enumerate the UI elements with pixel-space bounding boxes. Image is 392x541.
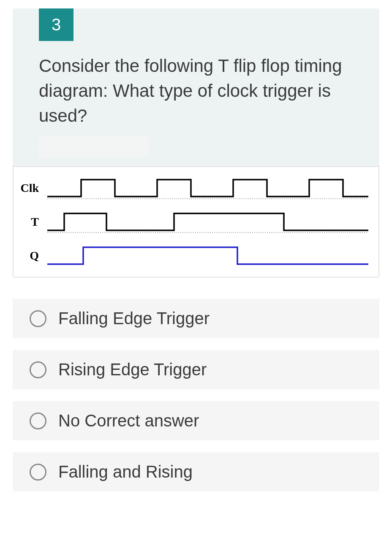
signal-label-q: Q — [14, 249, 39, 262]
obscured-region — [39, 137, 149, 158]
option-falling-edge[interactable]: Falling Edge Trigger — [13, 299, 379, 338]
radio-icon — [30, 310, 46, 327]
option-rising-edge[interactable]: Rising Edge Trigger — [13, 350, 379, 389]
option-label: No Correct answer — [58, 411, 199, 430]
question-number-badge: 3 — [39, 8, 74, 41]
radio-icon — [30, 464, 46, 481]
signal-label-clk: Clk — [14, 181, 39, 195]
options-list: Falling Edge Trigger Rising Edge Trigger… — [13, 299, 379, 492]
option-label: Falling Edge Trigger — [58, 309, 210, 328]
signal-row-clk: Clk — [14, 171, 378, 205]
question-text: Consider the following T flip flop timin… — [13, 41, 379, 137]
option-no-correct[interactable]: No Correct answer — [13, 401, 379, 440]
t-waveform — [47, 205, 368, 239]
signal-row-q: Q — [14, 239, 378, 273]
q-waveform — [47, 239, 368, 273]
question-card: 3 Consider the following T flip flop tim… — [13, 8, 379, 278]
option-falling-rising[interactable]: Falling and Rising — [13, 452, 379, 492]
option-label: Falling and Rising — [58, 462, 193, 481]
option-label: Rising Edge Trigger — [58, 360, 207, 379]
radio-icon — [30, 361, 46, 378]
radio-icon — [30, 413, 46, 429]
clk-waveform — [47, 171, 368, 205]
timing-diagram: Clk T Q — [13, 166, 379, 278]
signal-label-t: T — [14, 215, 39, 229]
signal-row-t: T — [14, 205, 378, 239]
